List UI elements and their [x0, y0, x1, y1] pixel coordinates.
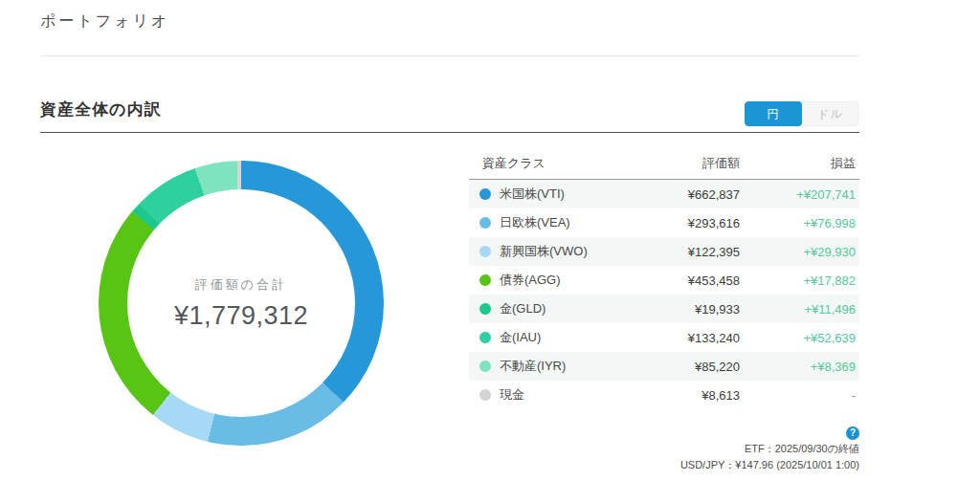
- asset-name: 金(GLD): [500, 300, 546, 317]
- currency-toggle: 円 ドル: [745, 101, 859, 126]
- asset-gain: +¥76,998: [740, 216, 859, 230]
- table-row: 金(IAU) ¥133,240 +¥52,639: [469, 323, 859, 352]
- donut-center-label: 評価額の合計: [195, 276, 287, 294]
- asset-table: 資産クラス 評価額 損益 米国株(VTI) ¥662,837 +¥207,741…: [469, 148, 859, 409]
- table-row: 米国株(VTI) ¥662,837 +¥207,741: [469, 180, 859, 208]
- asset-gain: +¥29,930: [740, 245, 859, 259]
- table-row: 金(GLD) ¥19,933 +¥11,496: [469, 295, 859, 323]
- help-icon[interactable]: ?: [846, 426, 859, 440]
- color-dot-icon: [479, 303, 491, 315]
- portfolio-page: ポートフォリオ 資産全体の内訳 円 ドル 評価額の合計 ¥1,779,312 資…: [0, 0, 980, 503]
- table-row: 日欧株(VEA) ¥293,616 +¥76,998: [469, 208, 859, 237]
- color-dot-icon: [479, 217, 491, 229]
- page-title: ポートフォリオ: [40, 11, 169, 32]
- asset-value: ¥293,616: [632, 216, 740, 230]
- asset-gain: -: [740, 388, 859, 403]
- asset-value: ¥8,613: [632, 388, 740, 403]
- table-row: 新興国株(VWO) ¥122,395 +¥29,930: [469, 237, 859, 266]
- footer-notes: ? ETF：2025/09/30の終値 USD/JPY：¥147.96 (202…: [40, 425, 859, 473]
- asset-gain: +¥52,639: [740, 331, 859, 345]
- color-dot-icon: [479, 274, 491, 286]
- donut-center: 評価額の合計 ¥1,779,312: [99, 161, 384, 446]
- divider: [40, 132, 859, 133]
- asset-gain: +¥11,496: [740, 302, 859, 317]
- asset-gain: +¥207,741: [740, 187, 859, 202]
- table-row: 債券(AGG) ¥453,458 +¥17,882: [469, 266, 859, 295]
- asset-value: ¥453,458: [632, 273, 740, 288]
- asset-name: 債券(AGG): [500, 272, 561, 289]
- table-header-gain-loss: 損益: [740, 155, 859, 172]
- asset-value: ¥133,240: [632, 331, 740, 345]
- color-dot-icon: [479, 361, 491, 372]
- asset-gain: +¥8,369: [740, 360, 859, 374]
- asset-gain: +¥17,882: [740, 273, 859, 288]
- color-dot-icon: [479, 188, 491, 200]
- asset-name: 不動産(IYR): [500, 358, 566, 375]
- yen-toggle-button[interactable]: 円: [745, 101, 802, 126]
- asset-name: 現金: [500, 386, 524, 404]
- asset-value: ¥19,933: [632, 302, 740, 317]
- fx-note: USD/JPY：¥147.96 (2025/10/01 1:00): [40, 457, 859, 473]
- asset-allocation-donut-chart: 評価額の合計 ¥1,779,312: [99, 161, 384, 446]
- section-heading: 資産全体の内訳: [40, 98, 161, 120]
- table-row: 現金 ¥8,613 -: [469, 381, 859, 409]
- donut-center-value: ¥1,779,312: [174, 301, 308, 331]
- table-header-row: 資産クラス 評価額 損益: [469, 148, 859, 180]
- table-header-asset-class: 資産クラス: [469, 155, 632, 172]
- asset-value: ¥122,395: [632, 245, 740, 259]
- asset-name: 新興国株(VWO): [500, 243, 588, 260]
- color-dot-icon: [479, 246, 491, 257]
- asset-value: ¥662,837: [632, 187, 740, 202]
- etf-note: ETF：2025/09/30の終値: [40, 441, 859, 457]
- asset-name: 米国株(VTI): [500, 186, 565, 203]
- divider: [40, 55, 859, 56]
- color-dot-icon: [479, 332, 491, 343]
- asset-name: 日欧株(VEA): [500, 214, 570, 231]
- table-row: 不動産(IYR) ¥85,220 +¥8,369: [469, 352, 859, 381]
- table-header-valuation: 評価額: [632, 155, 740, 172]
- dollar-toggle-button[interactable]: ドル: [802, 101, 859, 126]
- asset-name: 金(IAU): [500, 329, 541, 346]
- asset-value: ¥85,220: [632, 360, 740, 374]
- color-dot-icon: [479, 389, 491, 401]
